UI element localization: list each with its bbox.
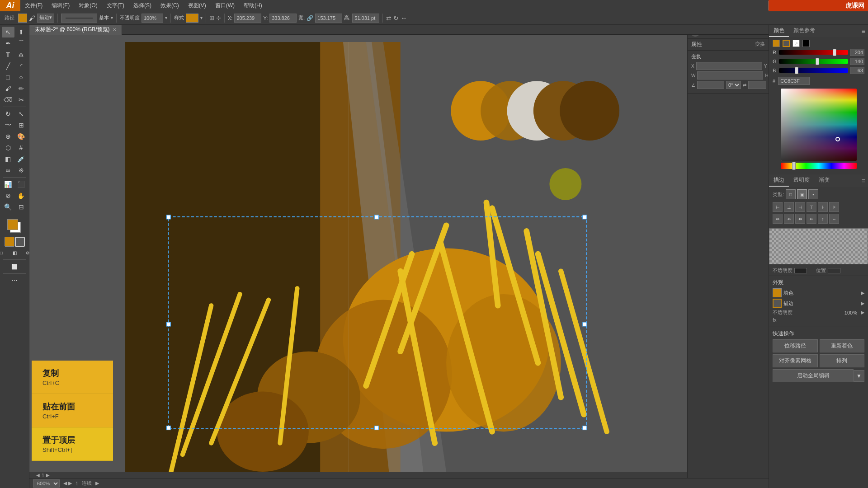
- trans-panel-menu[interactable]: ≡: [859, 177, 868, 184]
- menu-view[interactable]: 视图(V): [184, 0, 211, 11]
- opacity-arrow-btn[interactable]: ▶: [861, 310, 864, 315]
- blend-tool[interactable]: ∞: [2, 165, 14, 176]
- zoom-tool[interactable]: 🔍: [2, 202, 14, 212]
- gradient-tab[interactable]: 渐变: [814, 174, 834, 187]
- qa-recolor-btn[interactable]: 重新着色: [820, 339, 865, 352]
- line-tool[interactable]: ╱: [2, 61, 14, 71]
- extra-tool[interactable]: ⊟: [15, 202, 28, 212]
- hue-thumb[interactable]: [792, 162, 796, 170]
- gradient-tool[interactable]: ◧: [2, 154, 14, 164]
- qa-pixel-align-btn[interactable]: 对齐像素网格: [773, 354, 818, 367]
- g-slider-track[interactable]: [779, 59, 848, 64]
- rotate-tool[interactable]: ↻: [2, 108, 14, 119]
- warp-tool[interactable]: 〜: [2, 120, 14, 131]
- dist-1[interactable]: ⇹: [773, 214, 783, 224]
- style-swatch[interactable]: [186, 14, 198, 23]
- none-btn[interactable]: [802, 40, 810, 47]
- context-menu-bring-to-front[interactable]: 置于顶层 Shift+Ctrl+]: [32, 427, 113, 461]
- b-value-input[interactable]: 63: [850, 67, 864, 74]
- hex-input[interactable]: CC8C3F: [778, 77, 810, 85]
- context-menu-paste-front[interactable]: 贴在前面 Ctrl+F: [32, 394, 113, 427]
- menu-object[interactable]: 对象(O): [74, 0, 102, 11]
- direct-select-tool[interactable]: ⬆: [15, 27, 28, 38]
- arc-tool[interactable]: ◜: [15, 61, 28, 71]
- r-slider-thumb[interactable]: [833, 49, 836, 56]
- slice-tool[interactable]: ⊘: [2, 190, 14, 201]
- fill-box[interactable]: [5, 237, 14, 247]
- scale-tool[interactable]: ⤡: [15, 108, 28, 119]
- qa-global-edit-btn[interactable]: 启动全局编辑: [773, 369, 854, 382]
- menu-window[interactable]: 窗口(W): [211, 0, 239, 11]
- document-tab[interactable]: 未标题-2* @ 600% (RGB/预览) ✕: [29, 25, 122, 35]
- angle-input[interactable]: 0°: [697, 81, 724, 89]
- x-input[interactable]: [234, 14, 261, 23]
- select-tool[interactable]: ↖: [2, 27, 14, 38]
- menu-text[interactable]: 文字(T): [102, 0, 129, 11]
- scissors-tool[interactable]: ✂: [15, 94, 28, 105]
- color-tab[interactable]: 颜色: [769, 25, 789, 37]
- x-prop-input[interactable]: 285.239: [696, 62, 762, 70]
- trans-type-2[interactable]: ▣: [797, 189, 807, 199]
- menu-select[interactable]: 选择(S): [129, 0, 156, 11]
- stroke-select[interactable]: 描边▾: [37, 14, 54, 23]
- align-bottom[interactable]: ⊧: [829, 202, 839, 212]
- eyedropper-tool[interactable]: 💉: [15, 154, 28, 164]
- stroke-appearance-swatch[interactable]: [773, 299, 782, 308]
- menu-effect[interactable]: 效果(C): [156, 0, 184, 11]
- opacity-input[interactable]: [142, 14, 163, 23]
- more-tools[interactable]: ⋯: [8, 275, 21, 286]
- g-slider-thumb[interactable]: [816, 58, 819, 65]
- context-menu-copy[interactable]: 复制 Ctrl+C: [32, 361, 113, 394]
- h-input[interactable]: [352, 14, 379, 23]
- stroke-tab[interactable]: 描边: [769, 174, 789, 187]
- symbol-tools[interactable]: ※: [15, 165, 28, 176]
- hue-strip[interactable]: [781, 163, 857, 169]
- curvature-tool[interactable]: ⌒: [15, 38, 28, 49]
- r-slider-track[interactable]: [779, 50, 848, 55]
- w-prop-input[interactable]: 333.826: [697, 71, 763, 80]
- stroke-swatch-small[interactable]: [783, 40, 790, 47]
- y-input[interactable]: [269, 14, 297, 23]
- dist-4[interactable]: ⇷: [807, 214, 816, 224]
- align-right[interactable]: ⊣: [795, 202, 805, 212]
- b-slider-thumb[interactable]: [795, 67, 798, 74]
- dist-6[interactable]: ↔: [829, 214, 839, 224]
- dist-3[interactable]: ⇻: [795, 214, 805, 224]
- transparency-tab[interactable]: 透明度: [789, 174, 814, 187]
- no-paint-mode[interactable]: ⊘: [21, 247, 34, 258]
- angle-select[interactable]: 0°: [726, 81, 741, 89]
- r-value-input[interactable]: 204: [850, 49, 864, 56]
- canvas-content[interactable]: [29, 42, 760, 472]
- artwork-canvas[interactable]: [29, 42, 760, 472]
- align-center-h[interactable]: ⊥: [784, 202, 794, 212]
- tab-close[interactable]: ✕: [113, 27, 116, 32]
- fill-swatch-small[interactable]: [773, 40, 780, 47]
- artboard-tool[interactable]: ⬛: [15, 179, 28, 190]
- paintbrush-tool[interactable]: 🖌: [2, 83, 14, 94]
- b-slider-track[interactable]: [779, 68, 848, 73]
- ellipse-tool[interactable]: ○: [15, 72, 28, 83]
- foreground-swatch[interactable]: [7, 219, 18, 230]
- menu-file[interactable]: 文件(F): [20, 0, 47, 11]
- vertical-type-tool[interactable]: ⁂: [15, 49, 28, 60]
- qa-offset-path-btn[interactable]: 位移路径: [773, 339, 818, 352]
- mesh-tool[interactable]: #: [15, 142, 28, 153]
- type-tool[interactable]: T: [2, 49, 14, 60]
- invert-btn[interactable]: ↗: [793, 40, 800, 47]
- column-graph-tool[interactable]: 📊: [2, 179, 14, 190]
- gradient-mode[interactable]: ◧: [8, 247, 21, 258]
- g-value-input[interactable]: 140: [850, 58, 864, 65]
- free-transform-tool[interactable]: ⊞: [15, 120, 28, 131]
- dist-5[interactable]: ↕: [818, 214, 828, 224]
- perspective-tool[interactable]: ⬡: [2, 142, 14, 153]
- align-top[interactable]: ⊤: [807, 202, 816, 212]
- shape-builder-tool[interactable]: ⊕: [2, 131, 14, 142]
- rect-tool[interactable]: □: [2, 72, 14, 83]
- color-spectrum[interactable]: [781, 89, 857, 161]
- eraser-tool[interactable]: ⌫: [2, 94, 14, 105]
- trans-type-1[interactable]: □: [786, 189, 796, 199]
- qa-global-edit-arrow[interactable]: ▼: [854, 370, 864, 382]
- prev-page[interactable]: ◀: [36, 473, 40, 478]
- normal-mode[interactable]: □: [0, 247, 8, 258]
- pen-tool[interactable]: ✒: [2, 38, 14, 49]
